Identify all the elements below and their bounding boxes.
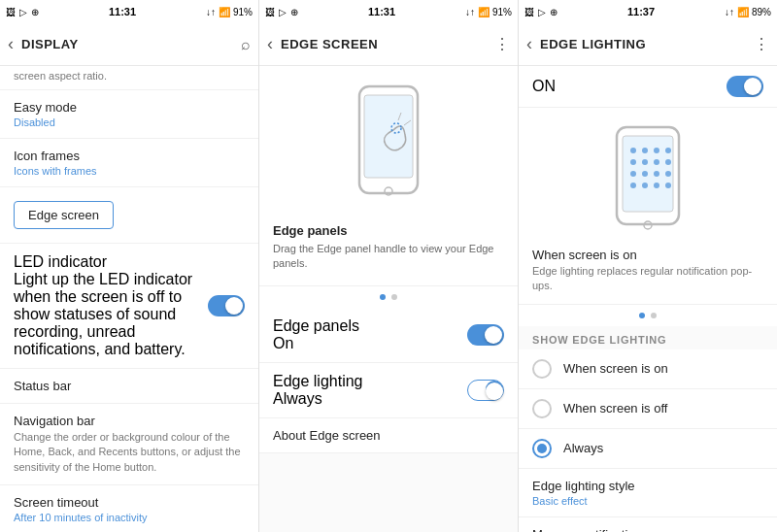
svg-point-23 <box>665 183 671 188</box>
svg-point-15 <box>665 159 671 165</box>
main-on-toggle-item[interactable]: ON <box>519 66 777 108</box>
search-icon[interactable]: ⌕ <box>241 36 251 53</box>
radio-label-screen-off: When screen is off <box>563 401 667 416</box>
dot-1 <box>380 294 386 300</box>
status-icons-left: 🖼 ▷ ⊕ <box>6 7 39 17</box>
lighting-carousel-dots <box>519 305 777 326</box>
about-edge-item[interactable]: About Edge screen <box>259 418 518 453</box>
navigation-bar-item[interactable]: Navigation bar Change the order or backg… <box>0 404 258 485</box>
led-indicator-toggle[interactable] <box>208 295 245 316</box>
lighting-dot-2 <box>651 313 657 318</box>
icon-frames-value: Icons with frames <box>14 165 245 177</box>
manage-notifications-item[interactable]: Manage notifications 1 app <box>519 517 777 532</box>
radio-label-always: Always <box>563 441 603 455</box>
radio-label-screen-on: When screen is on <box>563 361 668 376</box>
edge-panels-toggle-item[interactable]: Edge panels On <box>259 308 518 363</box>
lighting-more-icon[interactable]: ⋮ <box>754 35 769 53</box>
lighting-illustration <box>519 108 777 238</box>
lighting-status-icons-right: ↓↑ 📶 89% <box>725 7 771 17</box>
svg-point-11 <box>665 148 671 153</box>
edge-status-time: 11:31 <box>368 6 395 17</box>
edge-lighting-style-title: Edge lighting style <box>532 479 763 493</box>
edge-panels-toggle-title: Edge panels <box>273 317 467 335</box>
carousel-dots <box>259 286 518 308</box>
when-screen-on-section: When screen is on Edge lighting replaces… <box>519 238 777 305</box>
edge-status-icons-right: ↓↑ 📶 91% <box>465 7 512 17</box>
edge-screen-header: ‹ EDGE SCREEN ⋮ <box>259 23 518 66</box>
edge-screen-section: Edge screen <box>0 187 258 244</box>
lighting-back-icon[interactable]: ‹ <box>526 34 532 54</box>
led-indicator-title: LED indicator <box>14 253 208 271</box>
status-time: 11:31 <box>109 6 136 17</box>
status-bar-item[interactable]: Status bar <box>0 369 258 404</box>
svg-point-12 <box>630 159 636 165</box>
svg-point-18 <box>654 171 659 177</box>
edge-lighting-header: ‹ EDGE LIGHTING ⋮ <box>519 23 777 66</box>
edge-lighting-panel: 🖼 ▷ ⊕ 11:37 ↓↑ 📶 89% ‹ EDGE LIGHTING ⋮ <box>519 0 777 532</box>
edge-more-icon[interactable]: ⋮ <box>494 35 510 53</box>
main-on-label: ON <box>532 78 556 95</box>
edge-panels-toggle[interactable] <box>467 324 504 346</box>
about-edge-title: About Edge screen <box>273 428 504 443</box>
show-edge-lighting-label: SHOW EDGE LIGHTING <box>519 326 777 349</box>
edge-screen-title: EDGE SCREEN <box>281 37 494 51</box>
radio-always[interactable]: Always <box>519 429 777 469</box>
icon-frames-title: Icon frames <box>14 149 245 163</box>
status-icons-right: ↓↑ 📶 91% <box>206 7 253 17</box>
screen-timeout-item[interactable]: Screen timeout After 10 minutes of inact… <box>0 485 258 532</box>
radio-when-screen-off[interactable]: When screen is off <box>519 389 777 429</box>
edge-panels-card-desc: Drag the Edge panel handle to view your … <box>273 242 504 272</box>
easy-mode-title: Easy mode <box>14 100 245 115</box>
led-indicator-desc: Light up the LED indicator when the scre… <box>14 271 208 358</box>
radio-circle-screen-on <box>532 359 552 379</box>
svg-point-17 <box>642 171 648 177</box>
edge-screen-button[interactable]: Edge screen <box>14 201 114 229</box>
status-bar-title: Status bar <box>14 379 245 393</box>
edge-lighting-style-item[interactable]: Edge lighting style Basic effect <box>519 469 777 517</box>
easy-mode-item[interactable]: Easy mode Disabled <box>0 90 258 139</box>
manage-notifications-title: Manage notifications <box>532 527 763 532</box>
edge-lighting-toggle-title: Edge lighting <box>273 373 467 390</box>
edge-lighting-toggle[interactable] <box>467 380 504 401</box>
status-bar-display: 🖼 ▷ ⊕ 11:31 ↓↑ 📶 91% <box>0 0 258 23</box>
edge-illustration <box>259 66 518 216</box>
display-title: DISPLAY <box>21 37 241 51</box>
main-on-toggle[interactable] <box>726 76 763 97</box>
svg-point-21 <box>642 183 648 188</box>
edge-lighting-title: EDGE LIGHTING <box>540 37 754 51</box>
lighting-status-icons-left: 🖼 ▷ ⊕ <box>524 7 557 17</box>
edge-lighting-content: ON <box>519 66 777 532</box>
svg-point-19 <box>665 171 671 177</box>
svg-point-13 <box>642 159 648 165</box>
lighting-phone-svg <box>609 123 687 230</box>
icon-frames-item[interactable]: Icon frames Icons with frames <box>0 139 258 187</box>
lighting-dot-1 <box>639 313 645 318</box>
edge-screen-content: Edge panels Drag the Edge panel handle t… <box>259 66 518 532</box>
when-screen-on-desc: Edge lighting replaces regular notificat… <box>532 264 763 294</box>
display-header: ‹ DISPLAY ⌕ <box>0 23 258 66</box>
edge-status-icons-left: 🖼 ▷ ⊕ <box>265 7 298 17</box>
edge-panels-toggle-subtitle: On <box>273 335 467 352</box>
led-indicator-item[interactable]: LED indicator Light up the LED indicator… <box>0 244 258 369</box>
svg-point-22 <box>654 183 659 188</box>
edge-panels-card: Edge panels Drag the Edge panel handle t… <box>259 216 518 286</box>
display-panel: 🖼 ▷ ⊕ 11:31 ↓↑ 📶 91% ‹ DISPLAY ⌕ s <box>0 0 259 532</box>
radio-when-screen-on[interactable]: When screen is on <box>519 349 777 389</box>
dot-2 <box>391 294 397 300</box>
radio-circle-always <box>532 439 552 458</box>
edge-lighting-style-value: Basic effect <box>532 495 763 507</box>
status-bar-edge: 🖼 ▷ ⊕ 11:31 ↓↑ 📶 91% <box>259 0 518 23</box>
edge-lighting-toggle-item[interactable]: Edge lighting Always <box>259 363 518 418</box>
radio-circle-screen-off <box>532 399 552 418</box>
svg-point-14 <box>654 159 659 165</box>
edge-screen-panel: 🖼 ▷ ⊕ 11:31 ↓↑ 📶 91% ‹ EDGE SCREEN ⋮ <box>259 0 519 532</box>
lighting-status-time: 11:37 <box>627 6 655 17</box>
edge-panels-card-title: Edge panels <box>273 223 504 238</box>
screen-timeout-title: Screen timeout <box>14 495 245 510</box>
back-icon[interactable]: ‹ <box>8 34 14 54</box>
scroll-hint: screen aspect ratio. <box>0 66 258 90</box>
edge-lighting-toggle-subtitle: Always <box>273 390 467 408</box>
edge-back-icon[interactable]: ‹ <box>267 34 273 54</box>
status-bar-lighting: 🖼 ▷ ⊕ 11:37 ↓↑ 📶 89% <box>519 0 777 23</box>
svg-point-10 <box>654 148 659 153</box>
